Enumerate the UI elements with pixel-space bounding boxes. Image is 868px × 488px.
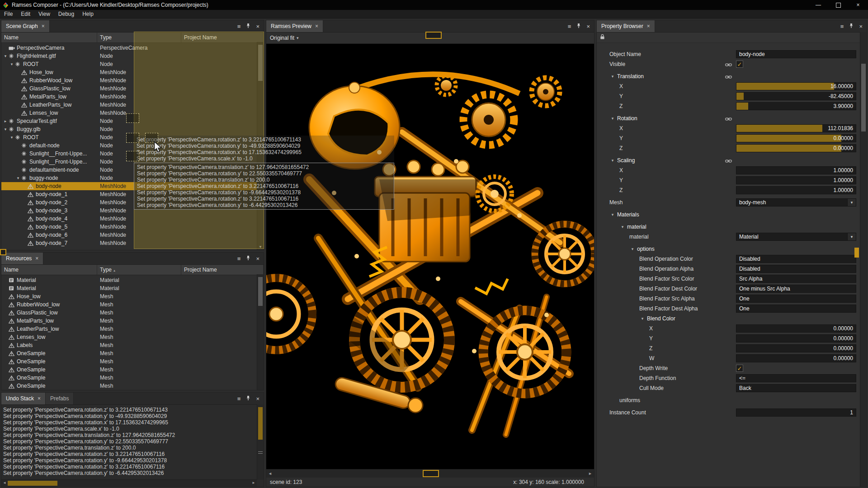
menu-icon[interactable]: ≡ <box>237 23 241 29</box>
undo-step[interactable]: Set property 'PerspectiveCamera.translat… <box>3 432 262 438</box>
dropdown[interactable]: Material▾ <box>736 233 856 241</box>
chevron-down-icon[interactable]: ▾ <box>9 135 15 140</box>
undo-step[interactable]: Set property 'PerspectiveCamera.translat… <box>3 445 262 451</box>
undo-step[interactable]: Set property 'PerspectiveCamera.rotation… <box>3 419 262 426</box>
pin-icon[interactable] <box>245 255 251 262</box>
dock-handle[interactable] <box>425 32 442 39</box>
tree-row[interactable]: MaterialMaterial <box>1 276 264 284</box>
menu-icon[interactable]: ≡ <box>237 396 241 402</box>
close-icon[interactable]: × <box>42 23 45 29</box>
pin-icon[interactable] <box>245 23 251 30</box>
chevron-down-icon[interactable]: ▾ <box>609 212 616 217</box>
menu-view[interactable]: View <box>34 11 54 17</box>
chevron-down-icon[interactable]: ▾ <box>2 127 9 131</box>
value-field[interactable]: One minus Src Alpha <box>736 285 856 293</box>
tree-row[interactable]: OneSampleMesh <box>1 357 264 366</box>
pin-icon[interactable] <box>245 395 251 402</box>
scroll-right-icon[interactable]: ► <box>588 471 592 476</box>
value-field[interactable]: Src Alpha <box>736 275 856 283</box>
tree-row[interactable]: OneSampleMesh <box>1 382 264 390</box>
slider-field[interactable]: 0.00000 <box>736 144 856 152</box>
slider-field[interactable]: 0.00000 <box>736 324 856 333</box>
minimize-button[interactable]: — <box>808 0 828 10</box>
tree-row[interactable]: MetalParts_lowMesh <box>1 317 264 325</box>
close-button[interactable]: × <box>848 0 868 10</box>
column-project-name[interactable]: Project Name <box>181 265 264 275</box>
slider-field[interactable]: 1.00000 <box>736 176 856 184</box>
slider-field[interactable]: 0.00000 <box>736 134 856 142</box>
value-field[interactable]: One <box>736 295 856 303</box>
tree-row[interactable]: MaterialMaterial <box>1 284 264 292</box>
undo-hscrollbar[interactable]: ◄ ► <box>1 479 257 487</box>
drop-indicator-bottom[interactable] <box>126 151 139 161</box>
column-name[interactable]: Name <box>1 265 97 275</box>
value-field[interactable]: Disabled <box>736 255 856 263</box>
close-icon[interactable]: × <box>586 23 590 29</box>
tree-row[interactable]: GlassPlastic_lowMesh <box>1 309 264 317</box>
dropdown[interactable]: body-mesh▾ <box>736 198 856 206</box>
checkbox[interactable]: ✓ <box>736 61 743 68</box>
menu-icon[interactable]: ≡ <box>568 23 571 29</box>
value-field[interactable]: Back <box>736 384 856 392</box>
undo-step[interactable]: Set property 'PerspectiveCamera.rotation… <box>3 470 262 476</box>
menu-icon[interactable]: ≡ <box>237 256 241 262</box>
undo-step[interactable]: Set property 'PerspectiveCamera.rotation… <box>3 464 262 470</box>
tree-row[interactable]: OneSampleMesh <box>1 349 264 357</box>
chevron-down-icon[interactable]: ▾ <box>629 247 636 251</box>
slider-field[interactable]: 1 <box>736 408 856 417</box>
chevron-down-icon[interactable]: ▾ <box>609 158 616 163</box>
undo-step[interactable]: Set property 'PerspectiveCamera.scale.x'… <box>3 426 262 432</box>
column-type[interactable]: Type▴ <box>97 265 181 275</box>
close-icon[interactable]: × <box>35 255 38 262</box>
preview-hscrollbar[interactable]: ◄ ► <box>266 469 594 478</box>
slider-field[interactable]: 0.00000 <box>736 354 856 362</box>
fit-mode-dropdown[interactable]: Original fit ▾ <box>266 35 302 41</box>
close-icon[interactable]: × <box>256 256 259 262</box>
menu-icon[interactable]: ≡ <box>840 23 844 29</box>
lock-icon[interactable] <box>600 34 605 41</box>
chevron-down-icon[interactable]: ▾ <box>15 176 21 180</box>
tab-undo-stack[interactable]: Undo Stack × <box>1 393 46 404</box>
3d-viewport[interactable] <box>266 44 594 469</box>
close-icon[interactable]: × <box>256 23 259 29</box>
menu-edit[interactable]: Edit <box>17 11 34 17</box>
link-icon[interactable] <box>725 74 732 80</box>
value-field[interactable]: <= <box>736 374 856 382</box>
slider-field[interactable]: 16.00000 <box>736 82 856 90</box>
chevron-down-icon[interactable]: ▾ <box>609 116 616 121</box>
pin-icon[interactable] <box>849 23 854 30</box>
undo-step[interactable]: Set property 'PerspectiveCamera.rotation… <box>3 438 262 445</box>
close-icon[interactable]: × <box>256 396 259 402</box>
tree-row[interactable]: OneSampleMesh <box>1 374 264 382</box>
close-icon[interactable]: × <box>315 23 318 29</box>
checkbox[interactable]: ✓ <box>736 365 743 372</box>
tab-scene-graph[interactable]: Scene Graph × <box>1 20 50 32</box>
slider-field[interactable]: 1.00000 <box>736 166 856 174</box>
tree-row[interactable]: Hose_lowMesh <box>1 292 264 300</box>
chevron-down-icon[interactable]: ▾ <box>609 74 616 79</box>
tab-prefabs[interactable]: Prefabs <box>46 393 74 404</box>
tree-row[interactable]: Lenses_lowMesh <box>1 333 264 341</box>
scroll-right-icon[interactable]: ► <box>252 481 255 485</box>
chevron-right-icon[interactable]: ▸ <box>2 119 9 123</box>
link-icon[interactable] <box>725 62 732 68</box>
pin-icon[interactable] <box>576 23 581 30</box>
undo-step[interactable]: Set property 'PerspectiveCamera.rotation… <box>3 413 262 419</box>
slider-field[interactable]: 0.00000 <box>736 344 856 352</box>
scroll-left-icon[interactable]: ◄ <box>3 481 6 485</box>
slider-field[interactable]: 3.90000 <box>736 102 856 110</box>
slider-field[interactable]: 1.00000 <box>736 186 856 194</box>
drop-indicator-center[interactable] <box>126 133 139 143</box>
tree-row[interactable]: OneSampleMesh <box>1 366 264 374</box>
tab-ramses-preview[interactable]: Ramses Preview × <box>266 20 323 32</box>
property-scrollbar[interactable] <box>860 32 867 487</box>
tab-resources[interactable]: Resources × <box>1 253 43 264</box>
value-field[interactable]: Disabled <box>736 265 856 273</box>
drop-indicator-top[interactable] <box>126 113 139 123</box>
slider-field[interactable]: -82.45000 <box>736 92 856 100</box>
menu-file[interactable]: File <box>0 11 17 17</box>
chevron-down-icon[interactable]: ▾ <box>619 225 626 229</box>
undo-step[interactable]: Set property 'PerspectiveCamera.rotation… <box>3 457 262 464</box>
close-icon[interactable]: × <box>859 23 863 29</box>
dock-handle[interactable] <box>0 249 6 255</box>
